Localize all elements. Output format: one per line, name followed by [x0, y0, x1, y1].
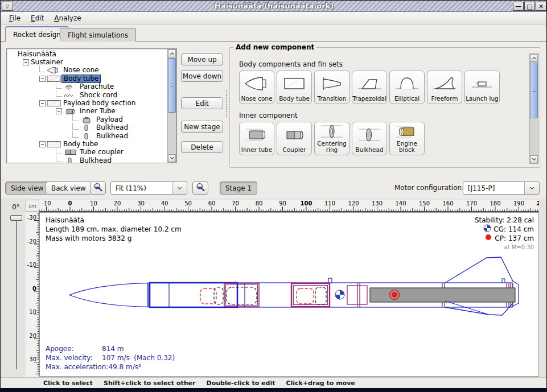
add-elliptical-button[interactable]: Elliptical: [389, 71, 425, 104]
maximize-icon[interactable]: □: [524, 2, 535, 11]
add-engine-block-button[interactable]: Engine block: [389, 122, 425, 155]
add-freeform-button[interactable]: Freeform: [427, 71, 462, 104]
tree-item-label[interactable]: Parachute: [78, 83, 116, 90]
scroll-up-icon[interactable]: [530, 54, 538, 62]
motor-configuration-select[interactable]: [J115-P]: [463, 181, 540, 195]
component-button-label: Coupler: [283, 147, 306, 153]
components-scrollbar[interactable]: [529, 53, 538, 164]
svg-text:200: 200: [537, 200, 539, 207]
add-body-tube-button[interactable]: Body tube: [277, 71, 312, 104]
tree-item-label[interactable]: Sustainer: [29, 59, 65, 66]
tree-item-label[interactable]: Haisunäätä: [16, 51, 58, 58]
add-inner-tube-button[interactable]: Inner tube: [239, 122, 274, 155]
tree-item-label[interactable]: Payload: [94, 116, 125, 123]
tree-expand-toggle[interactable]: [39, 141, 46, 147]
menu-file[interactable]: File: [4, 13, 26, 23]
component-button-label: Launch lug: [466, 96, 499, 102]
tree-item-label[interactable]: Body tube: [61, 141, 100, 148]
tree-item-nose-cone[interactable]: Nose cone: [7, 67, 167, 75]
shock-cord-2-outline[interactable]: [315, 287, 326, 304]
tree-item-label[interactable]: Bulkhead: [78, 157, 113, 163]
tree-item-tube-coupler[interactable]: Tube coupler: [7, 148, 167, 156]
minimize-icon[interactable]: —: [513, 2, 524, 11]
zoom-out-button[interactable]: [90, 181, 106, 195]
tree-item-label[interactable]: Bulkhead: [94, 124, 130, 131]
add-coupler-button[interactable]: Coupler: [277, 122, 312, 155]
pane-splitter[interactable]: [225, 90, 228, 118]
tree-item-body-tube[interactable]: Body tube: [7, 140, 167, 148]
delete-button[interactable]: Delete: [181, 141, 223, 153]
tree-item-label[interactable]: Tube coupler: [78, 148, 125, 156]
launch-lug-2-outline[interactable]: [502, 279, 505, 283]
motor-configuration-label: Motor configuration:: [394, 184, 464, 192]
move-up-button[interactable]: Move up: [181, 53, 223, 65]
back-view-button[interactable]: Back view: [46, 181, 92, 195]
svg-text:100: 100: [301, 200, 312, 207]
tree-item-bulkhead[interactable]: Bulkhead: [7, 132, 167, 140]
launch-lug-outline[interactable]: [328, 278, 332, 283]
scroll-down-icon[interactable]: [168, 154, 176, 162]
component-tree[interactable]: HaisunäätäSustainerNose coneBody tubePar…: [6, 48, 177, 163]
tree-item-payload[interactable]: Payload: [7, 115, 167, 123]
components-scroll-thumb[interactable]: [530, 63, 538, 118]
rotation-slider[interactable]: [16, 221, 17, 369]
payload-section-outline[interactable]: [291, 283, 330, 307]
tree-expand-toggle[interactable]: [39, 76, 46, 82]
scroll-down-icon[interactable]: [530, 155, 538, 163]
svg-text:0: 0: [32, 286, 36, 292]
tree-scroll-thumb[interactable]: [168, 58, 176, 113]
tree-item-sustainer[interactable]: Sustainer: [7, 58, 167, 66]
tree-item-body-tube[interactable]: Body tube: [7, 75, 167, 82]
nose-cone-outline[interactable]: [69, 283, 148, 307]
close-icon[interactable]: ✕: [536, 2, 546, 11]
tree-item-bulkhead[interactable]: Bulkhead: [7, 156, 167, 163]
tree-item-haisunäätä[interactable]: Haisunäätä: [7, 50, 167, 58]
edit-button[interactable]: Edit: [181, 97, 223, 109]
tree-item-label[interactable]: Shock cord: [78, 92, 119, 99]
tree-item-label[interactable]: Inner Tube: [78, 108, 117, 115]
add-bulkhead-button[interactable]: Bulkhead: [352, 122, 387, 155]
scroll-up-icon[interactable]: [168, 49, 176, 57]
tree-item-inner-tube[interactable]: Inner Tube: [7, 108, 167, 115]
launchlug-icon: [465, 71, 499, 96]
inner-tube-outline[interactable]: [224, 283, 259, 307]
flight-stats: Apogee:814 mMax. velocity:107 m/s (Mach …: [46, 344, 175, 372]
add-centering-ring-button[interactable]: Centering ring: [314, 122, 349, 155]
cg-value: 114 cm: [508, 225, 534, 234]
tree-expand-toggle[interactable]: [39, 100, 46, 106]
add-trapezoidal-button[interactable]: Trapezoidal: [352, 71, 387, 104]
rotation-slider-handle[interactable]: [10, 215, 22, 221]
zoom-level-select[interactable]: Fit (11%): [110, 181, 187, 195]
add-nose-cone-button[interactable]: Nose cone: [239, 71, 274, 104]
tree-item-label[interactable]: Nose cone: [61, 67, 101, 74]
tree-expand-toggle[interactable]: [23, 59, 29, 65]
status-bar: Click to selectShift+click to select oth…: [1, 377, 547, 388]
side-view-button[interactable]: Side view: [5, 181, 49, 195]
tree-item-label[interactable]: Payload body section: [61, 100, 137, 107]
tree-item-shock-cord[interactable]: Shock cord: [7, 91, 167, 99]
move-down-button[interactable]: Move down: [181, 70, 223, 82]
transition-icon: [315, 71, 349, 96]
fin-lower-outline[interactable]: [445, 301, 512, 315]
menu-analyze[interactable]: Analyze: [49, 13, 86, 23]
new-stage-button[interactable]: New stage: [181, 121, 223, 133]
title-bar[interactable]: ▽ Haisunäätä (haisunaata.ork) — □ ✕: [1, 1, 547, 12]
tree-item-payload-body-section[interactable]: Payload body section: [7, 99, 167, 107]
add-launch-lug-button[interactable]: Launch lug: [464, 71, 500, 104]
svg-text:80: 80: [256, 200, 263, 207]
tree-item-label[interactable]: Bulkhead: [94, 133, 130, 140]
payload-outline[interactable]: [227, 287, 257, 304]
tree-expand-toggle[interactable]: [56, 108, 62, 114]
tree-scrollbar[interactable]: [167, 49, 176, 163]
tree-item-label[interactable]: Body tube: [61, 75, 101, 83]
centering-ring-outline[interactable]: [357, 283, 360, 307]
tree-item-bulkhead[interactable]: Bulkhead: [7, 124, 167, 132]
zoom-in-button[interactable]: [192, 181, 208, 195]
add-transition-button[interactable]: Transition: [314, 71, 349, 104]
stage-1-toggle[interactable]: Stage 1: [220, 181, 257, 195]
tab-flight-simulations[interactable]: Flight simulations: [60, 28, 136, 42]
rocket-canvas[interactable]: Haisunäätä Length 189 cm, max. diameter …: [39, 212, 539, 377]
parachute-2-outline[interactable]: [297, 288, 314, 304]
menu-edit[interactable]: Edit: [26, 13, 49, 23]
tree-item-parachute[interactable]: Parachute: [7, 83, 167, 91]
